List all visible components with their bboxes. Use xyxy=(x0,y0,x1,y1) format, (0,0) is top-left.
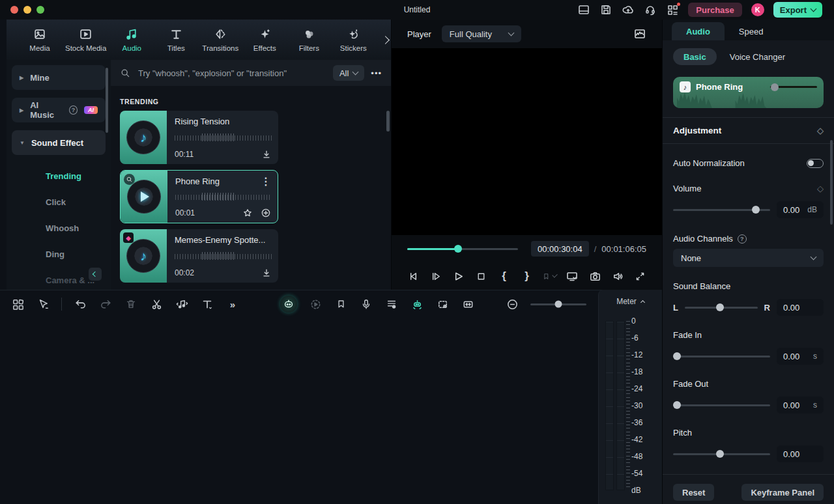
fullscreen-button[interactable] xyxy=(633,269,648,283)
download-icon[interactable] xyxy=(261,268,272,278)
audio-thumbnail[interactable]: ♪ ◆ xyxy=(120,229,167,283)
fade-out-slider[interactable] xyxy=(673,404,770,406)
audio-mixer-icon[interactable] xyxy=(384,297,399,311)
tab-audio-properties[interactable]: Audio xyxy=(672,22,725,40)
help-icon[interactable]: ? xyxy=(69,105,78,115)
pitch-value-box[interactable]: 0.00 xyxy=(777,445,824,462)
fade-in-slider[interactable] xyxy=(673,356,770,357)
search-input[interactable] xyxy=(137,68,326,79)
apps-grid-icon[interactable] xyxy=(666,3,679,16)
volume-button[interactable] xyxy=(611,269,625,283)
fade-in-knob[interactable] xyxy=(673,352,681,360)
more-tools-icon[interactable]: » xyxy=(225,297,240,311)
voiceover-mic-icon[interactable] xyxy=(359,297,373,311)
volume-knob[interactable] xyxy=(752,206,760,214)
audio-item-memes-enemy[interactable]: ♪ ◆ Memes-Enemy Spotte... 00:02 xyxy=(120,229,278,283)
previous-frame-button[interactable] xyxy=(406,269,420,283)
fade-out-knob[interactable] xyxy=(673,401,681,409)
audio-channels-dropdown[interactable]: None xyxy=(673,249,824,267)
tab-speed-properties[interactable]: Speed xyxy=(725,22,778,40)
sidebar-collapse-button[interactable] xyxy=(89,268,102,281)
subtab-voice-changer[interactable]: Voice Changer xyxy=(722,52,793,62)
marker-flag-icon[interactable] xyxy=(334,297,348,311)
keyframe-diamond-icon[interactable]: ◇ xyxy=(817,184,824,193)
audio-thumbnail[interactable] xyxy=(121,171,167,223)
auto-normalization-toggle[interactable] xyxy=(807,159,824,168)
sidebar-scrollbar[interactable] xyxy=(106,68,108,133)
more-options-icon[interactable]: ••• xyxy=(371,68,382,78)
fade-in-value-box[interactable]: 0.00s xyxy=(777,348,824,365)
video-preview[interactable] xyxy=(392,48,662,235)
keyframe-diamond-icon[interactable]: ◇ xyxy=(817,126,824,135)
tab-media[interactable]: Media xyxy=(21,27,59,52)
pitch-knob[interactable] xyxy=(716,450,724,458)
tab-titles[interactable]: Titles xyxy=(157,27,195,52)
subtab-basic[interactable]: Basic xyxy=(673,48,717,65)
sidebar-item-ai-music[interactable]: ▶AI Music?AI xyxy=(12,98,106,122)
avatar[interactable]: K xyxy=(751,3,764,16)
play-button[interactable] xyxy=(452,269,466,283)
clip-preview-slider[interactable] xyxy=(770,86,817,88)
split-scissors-icon[interactable] xyxy=(149,297,164,311)
maximize-window-button[interactable] xyxy=(36,6,44,14)
media-layout-icon[interactable] xyxy=(10,297,25,311)
item-menu-icon[interactable]: ⋮ xyxy=(261,180,271,183)
audio-item-rising-tension[interactable]: ♪ Rising Tension 00:11 xyxy=(120,111,278,164)
sidebar-item-mine[interactable]: ▶Mine xyxy=(12,65,106,90)
tab-transitions[interactable]: Transitions xyxy=(201,27,239,52)
selected-clip-card[interactable]: ♪ Phone Ring xyxy=(673,77,824,108)
preview-on-device-button[interactable] xyxy=(565,269,579,283)
tab-filters[interactable]: Filters xyxy=(290,27,328,52)
sidebar-item-ding[interactable]: Ding xyxy=(7,241,111,267)
close-window-button[interactable] xyxy=(10,6,18,14)
clip-slider-knob[interactable] xyxy=(771,83,779,91)
tab-audio[interactable]: Audio xyxy=(113,27,151,52)
tab-effects[interactable]: Effects xyxy=(246,27,283,52)
redo-icon[interactable] xyxy=(98,297,113,311)
meter-header[interactable]: Meter xyxy=(599,290,662,313)
save-icon[interactable] xyxy=(599,3,612,16)
nav-tabs-overflow-chevron[interactable] xyxy=(382,34,388,46)
minimize-window-button[interactable] xyxy=(23,6,31,14)
select-tool-icon[interactable] xyxy=(36,297,50,311)
sidebar-item-sound-effect[interactable]: ▼Sound Effect xyxy=(12,130,106,155)
pitch-slider[interactable] xyxy=(673,453,770,455)
mark-in-button[interactable]: { xyxy=(497,269,511,283)
tab-stock-media[interactable]: Stock Media xyxy=(65,27,106,52)
balance-value-box[interactable]: 0.00 xyxy=(777,299,824,316)
marker-button[interactable] xyxy=(542,269,556,283)
purchase-button[interactable]: Purchase xyxy=(688,3,742,17)
beat-detection-icon[interactable] xyxy=(175,297,189,311)
help-icon[interactable]: ? xyxy=(738,234,747,244)
library-scrollbar[interactable] xyxy=(386,111,390,132)
export-button[interactable]: Export xyxy=(773,2,822,18)
zoom-knob[interactable] xyxy=(555,301,562,308)
download-icon[interactable] xyxy=(261,149,272,160)
ai-copilot-icon[interactable] xyxy=(280,296,297,313)
layout-icon[interactable] xyxy=(577,3,590,16)
keyframe-panel-button[interactable]: Keyframe Panel xyxy=(741,484,824,501)
scopes-icon[interactable] xyxy=(633,27,646,40)
snapshot-camera-button[interactable] xyxy=(588,269,602,283)
cloud-upload-icon[interactable] xyxy=(622,3,635,16)
quality-dropdown[interactable]: Full Quality xyxy=(442,25,521,42)
balance-knob[interactable] xyxy=(716,303,724,311)
auto-ripple-icon[interactable] xyxy=(461,297,475,311)
render-preview-icon[interactable] xyxy=(308,297,323,311)
mark-out-button[interactable]: } xyxy=(519,269,534,283)
properties-scrollbar[interactable] xyxy=(830,140,833,225)
add-to-timeline-icon[interactable] xyxy=(261,208,271,218)
smart-cut-icon[interactable] xyxy=(410,297,424,311)
undo-icon[interactable] xyxy=(73,297,87,311)
reset-button[interactable]: Reset xyxy=(673,484,714,501)
sidebar-item-click[interactable]: Click xyxy=(7,189,111,215)
fade-out-value-box[interactable]: 0.00s xyxy=(777,397,824,413)
audio-thumbnail[interactable]: ♪ xyxy=(120,111,167,164)
audio-item-phone-ring[interactable]: Phone Ring⋮ 00:01 xyxy=(120,170,278,223)
volume-slider[interactable] xyxy=(673,209,770,211)
screen-record-icon[interactable] xyxy=(435,297,450,311)
support-headset-icon[interactable] xyxy=(644,3,657,16)
text-tool-icon[interactable] xyxy=(200,297,214,311)
sidebar-item-trending[interactable]: Trending xyxy=(7,163,111,189)
sound-balance-slider[interactable] xyxy=(685,307,758,309)
